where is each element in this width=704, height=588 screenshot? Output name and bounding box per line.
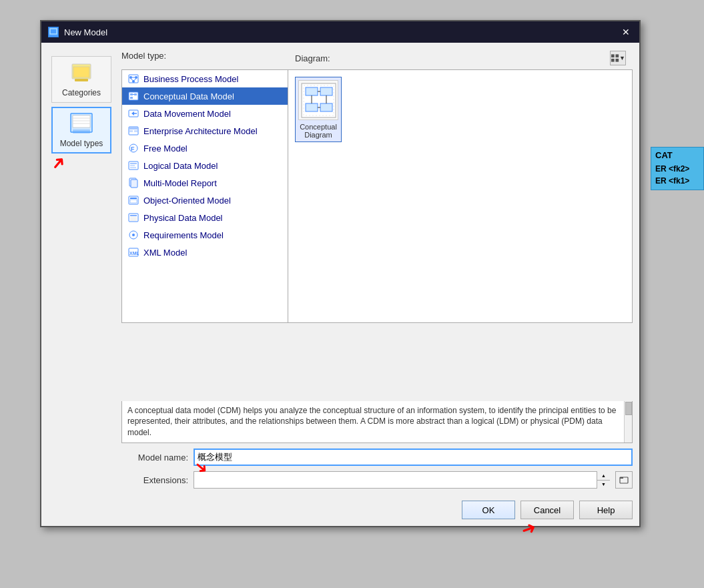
mmr-icon: [127, 177, 139, 189]
dmm-icon: [127, 107, 139, 119]
svg-rect-41: [131, 180, 137, 188]
grid-view-button[interactable]: ▼: [610, 51, 626, 65]
model-item-xml[interactable]: XML XML Model: [122, 244, 288, 261]
dialog-body: Categories Model types: [41, 43, 639, 526]
ok-button[interactable]: OK: [462, 501, 515, 519]
cdm-icon: [127, 90, 139, 102]
model-item-mmr[interactable]: Multi-Model Report: [122, 174, 288, 192]
model-item-req[interactable]: Requirements Model: [122, 226, 288, 244]
scrollbar-thumb[interactable]: [625, 402, 632, 415]
button-row: ➜ OK Cancel Help: [121, 494, 633, 519]
svg-rect-58: [306, 103, 318, 111]
cancel-button[interactable]: Cancel: [520, 501, 574, 519]
model-type-list[interactable]: Business Process Model: [121, 69, 288, 323]
diagram-label: Diagram:: [295, 53, 330, 63]
diagram-panel[interactable]: ConceptualDiagram: [288, 69, 633, 323]
svg-rect-46: [130, 215, 137, 216]
categories-label: Categories: [62, 88, 101, 97]
model-item-cdm[interactable]: Conceptual Data Model: [122, 87, 288, 105]
svg-rect-59: [320, 103, 332, 111]
dialog-title: New Model: [64, 27, 107, 37]
model-item-free-label: Free Model: [143, 143, 188, 154]
svg-rect-24: [134, 93, 137, 95]
model-item-free[interactable]: F Free Model: [122, 139, 288, 157]
svg-rect-57: [320, 87, 332, 95]
svg-text:F: F: [131, 145, 135, 152]
model-types-icon: [69, 112, 93, 136]
content-row: Business Process Model: [121, 69, 633, 401]
model-types-button[interactable]: Model types: [51, 107, 111, 154]
svg-rect-6: [73, 115, 90, 127]
description-area: A conceptual data model (CDM) helps you …: [121, 401, 633, 443]
svg-rect-56: [306, 87, 318, 95]
extensions-row: Extensions: ▲ ▼: [121, 471, 633, 489]
model-name-label: Model name:: [121, 453, 188, 463]
model-types-label: Model types: [60, 139, 103, 148]
model-item-eam[interactable]: Enterprise Architecture Model: [122, 122, 288, 139]
sidebar-arrow: ➜: [46, 151, 71, 176]
new-model-dialog: New Model ✕ Categories: [40, 20, 641, 527]
model-name-input[interactable]: [194, 449, 633, 466]
pdm-icon: [127, 212, 139, 224]
eam-icon: [127, 125, 139, 137]
categories-button[interactable]: Categories: [51, 56, 111, 103]
extensions-input-wrapper: ▲ ▼: [194, 471, 610, 489]
dialog-icon: [48, 27, 59, 37]
header-row: Model type: Diagram: ▼: [121, 49, 633, 67]
spinner-down[interactable]: ▼: [597, 481, 610, 489]
cat-item-2: ER <fk1>: [655, 175, 699, 187]
svg-rect-25: [130, 97, 133, 99]
free-icon: F: [127, 142, 139, 154]
ldm-icon: [127, 160, 139, 172]
xml-icon: XML: [127, 246, 139, 258]
categories-icon: [69, 61, 93, 85]
svg-rect-43: [130, 198, 137, 199]
cat-item-1: ER <fk2>: [655, 163, 699, 175]
diagram-thumb-conceptual: [298, 80, 338, 120]
svg-rect-31: [129, 127, 137, 129]
model-type-header: Model type:: [121, 49, 288, 67]
svg-rect-37: [130, 163, 137, 164]
model-item-oom-label: Object-Oriented Model: [143, 196, 231, 206]
svg-rect-39: [130, 167, 136, 168]
svg-rect-65: [620, 477, 623, 479]
svg-rect-4: [75, 79, 88, 81]
model-item-oom[interactable]: Object-Oriented Model: [122, 192, 288, 209]
model-item-dmm-label: Data Movement Model: [143, 109, 231, 119]
extensions-browse-button[interactable]: [615, 471, 633, 489]
req-icon: [127, 229, 139, 241]
svg-text:XML: XML: [129, 251, 139, 256]
model-item-pdm-label: Physical Data Model: [143, 213, 223, 223]
extensions-input[interactable]: [194, 471, 610, 489]
cat-panel: CAT ER <fk2> ER <fk1>: [651, 147, 704, 190]
close-button[interactable]: ✕: [619, 25, 633, 39]
model-item-ldm[interactable]: Logical Data Model: [122, 157, 288, 174]
model-item-pdm[interactable]: Physical Data Model: [122, 209, 288, 226]
model-item-mmr-label: Multi-Model Report: [143, 178, 217, 188]
svg-rect-22: [129, 92, 138, 100]
diagram-item-conceptual[interactable]: ConceptualDiagram: [295, 77, 342, 142]
spinner-up[interactable]: ▲: [597, 471, 610, 481]
svg-rect-14: [615, 59, 619, 62]
extensions-label: Extensions:: [121, 475, 188, 485]
svg-rect-33: [134, 130, 137, 132]
svg-rect-13: [611, 59, 615, 62]
model-item-dmm[interactable]: Data Movement Model: [122, 105, 288, 122]
svg-rect-23: [130, 93, 133, 95]
model-item-bpm-label: Business Process Model: [143, 74, 238, 84]
diagram-item-conceptual-label: ConceptualDiagram: [300, 123, 337, 139]
description-text: A conceptual data model (CDM) helps you …: [127, 406, 616, 438]
cat-title: CAT: [655, 150, 699, 160]
svg-rect-12: [615, 54, 619, 57]
model-item-ldm-label: Logical Data Model: [143, 161, 218, 171]
help-button[interactable]: Help: [579, 501, 633, 519]
model-item-cdm-label: Conceptual Data Model: [143, 91, 234, 101]
main-area: Model type: Diagram: ▼: [121, 49, 633, 519]
bpm-icon: [127, 73, 139, 85]
svg-point-16: [129, 76, 132, 79]
model-item-bpm[interactable]: Business Process Model: [122, 70, 288, 87]
description-scrollbar[interactable]: [624, 401, 632, 443]
svg-rect-3: [73, 67, 89, 77]
oom-icon: [127, 194, 139, 206]
dialog-title-bar: New Model ✕: [41, 21, 639, 43]
